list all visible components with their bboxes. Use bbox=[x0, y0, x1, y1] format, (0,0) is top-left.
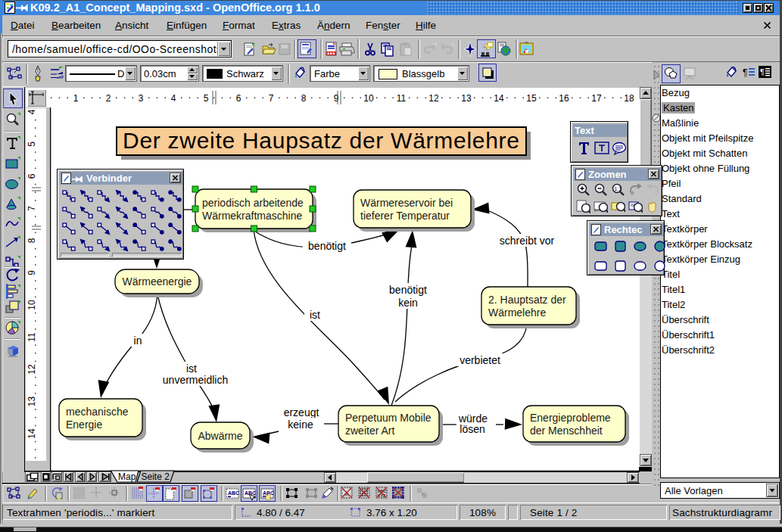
svg-text:benötigt: benötigt bbox=[308, 240, 346, 252]
svg-text:13: 13 bbox=[26, 397, 37, 407]
svg-text:in: in bbox=[134, 334, 142, 347]
svg-text:lösen: lösen bbox=[460, 423, 484, 435]
svg-text:12: 12 bbox=[428, 93, 439, 104]
svg-text:Wärmeenergie: Wärmeenergie bbox=[123, 275, 192, 288]
svg-text:11: 11 bbox=[397, 93, 407, 104]
svg-text:verbietet: verbietet bbox=[460, 354, 500, 366]
svg-text:Perpetuum Mobile: Perpetuum Mobile bbox=[345, 412, 432, 424]
svg-text:14: 14 bbox=[494, 93, 504, 104]
svg-text:keine: keine bbox=[288, 418, 313, 431]
svg-text:11: 11 bbox=[26, 332, 37, 342]
svg-text:tieferer Temperatur: tieferer Temperatur bbox=[360, 210, 450, 222]
svg-text:5: 5 bbox=[204, 93, 209, 104]
svg-text:ABC: ABC bbox=[228, 490, 239, 496]
svg-text:17: 17 bbox=[591, 93, 602, 104]
svg-text:Der zweite Haupsatz der Wärmel: Der zweite Haupsatz der Wärmelehre bbox=[123, 128, 519, 153]
svg-text:7: 7 bbox=[269, 93, 274, 104]
svg-text:schreibt vor: schreibt vor bbox=[500, 235, 555, 247]
svg-text:10: 10 bbox=[26, 300, 37, 310]
svg-text:4: 4 bbox=[171, 93, 176, 104]
svg-text:Wärmereservoir bei: Wärmereservoir bei bbox=[360, 197, 453, 209]
svg-text:9: 9 bbox=[26, 270, 37, 275]
svg-text:Seite 2: Seite 2 bbox=[142, 471, 170, 482]
svg-text:Energie: Energie bbox=[66, 418, 102, 431]
svg-text:14: 14 bbox=[26, 428, 37, 439]
svg-text:6: 6 bbox=[26, 173, 37, 179]
svg-text:4: 4 bbox=[26, 109, 37, 114]
svg-text:3: 3 bbox=[139, 93, 144, 104]
svg-text:2: 2 bbox=[106, 93, 111, 104]
svg-text:periodisch arbeitende: periodisch arbeitende bbox=[202, 197, 304, 209]
svg-text:18: 18 bbox=[624, 93, 634, 104]
svg-text:¶: ¶ bbox=[760, 67, 765, 76]
svg-text:Abwärme: Abwärme bbox=[198, 430, 242, 442]
svg-text:9: 9 bbox=[334, 93, 339, 104]
svg-text:8: 8 bbox=[26, 238, 37, 243]
svg-text:Wärmekraftmaschine: Wärmekraftmaschine bbox=[202, 210, 302, 222]
svg-text:kein: kein bbox=[398, 297, 418, 309]
svg-text:5: 5 bbox=[26, 142, 37, 147]
svg-text:8: 8 bbox=[301, 93, 307, 104]
svg-text:6: 6 bbox=[236, 93, 241, 104]
svg-text:2. Hauptsatz der: 2. Hauptsatz der bbox=[488, 294, 566, 306]
svg-text:mechanische: mechanische bbox=[66, 406, 129, 418]
svg-text:erzeugt: erzeugt bbox=[284, 406, 319, 418]
svg-text:Map: Map bbox=[118, 471, 136, 482]
svg-text:1: 1 bbox=[73, 93, 79, 104]
svg-text:der Menschheit: der Menschheit bbox=[530, 425, 603, 437]
svg-text:13: 13 bbox=[461, 93, 472, 104]
svg-text:benötigt: benötigt bbox=[389, 284, 427, 296]
svg-text:12: 12 bbox=[26, 364, 37, 375]
svg-text:ist: ist bbox=[310, 309, 320, 321]
svg-text:7: 7 bbox=[26, 206, 37, 211]
svg-text:1:1: 1:1 bbox=[615, 186, 622, 191]
svg-text:unvermeidlich: unvermeidlich bbox=[163, 374, 228, 386]
svg-text:zweiter Art: zweiter Art bbox=[345, 425, 394, 437]
svg-text:ist: ist bbox=[186, 362, 197, 375]
svg-text:10: 10 bbox=[363, 93, 374, 104]
svg-text:¶: ¶ bbox=[743, 67, 747, 78]
svg-text:15: 15 bbox=[526, 93, 537, 104]
svg-text:16: 16 bbox=[559, 93, 569, 104]
svg-text:Wärmelehre: Wärmelehre bbox=[488, 306, 546, 319]
svg-text:Energieprobleme: Energieprobleme bbox=[530, 412, 611, 424]
